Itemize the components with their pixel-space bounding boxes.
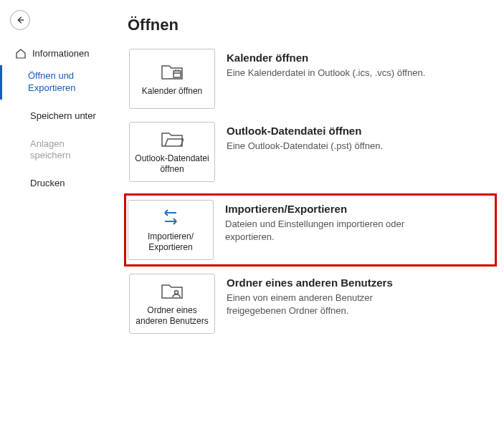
page-title: Öffnen	[128, 16, 497, 34]
svg-point-1	[175, 291, 179, 294]
nav-item-oeffnen-exportieren[interactable]: Öffnen und Exportieren	[0, 65, 115, 100]
nav-label: Informationen	[32, 48, 90, 60]
option-desc: Eine Outlook-Datendatei (.pst) öffnen.	[227, 140, 383, 153]
nav-item-anlagen-speichern: Anlagen speichern	[0, 133, 115, 168]
option-text: Ordner eines anderen Benutzers Einen von…	[227, 274, 427, 317]
option-kalender-oeffnen: Kalender öffnen Kalender öffnen Eine Kal…	[128, 47, 497, 110]
tile-label: Kalender öffnen	[142, 86, 203, 97]
folder-calendar-icon	[161, 62, 184, 82]
nav-label: Anlagen speichern	[30, 138, 105, 163]
option-desc: Einen von einem anderen Benutzer freigeg…	[227, 292, 427, 317]
option-title: Outlook-Datendatei öffnen	[227, 125, 383, 137]
tile-ordner-anderer-benutzer[interactable]: Ordner eines anderen Benutzers	[129, 274, 215, 334]
nav-label: Drucken	[30, 178, 65, 190]
import-export-icon	[159, 207, 182, 227]
option-datendatei-oeffnen: Outlook-Datendatei öffnen Outlook-Datend…	[128, 120, 497, 183]
option-text: Outlook-Datendatei öffnen Eine Outlook-D…	[227, 122, 383, 153]
nav-label: Öffnen und Exportieren	[28, 70, 105, 95]
option-desc: Eine Kalenderdatei in Outlook (.ics, .vc…	[227, 67, 425, 80]
option-desc: Dateien und Einstellungen importieren od…	[225, 218, 426, 243]
folder-user-icon	[161, 281, 184, 301]
option-text: Kalender öffnen Eine Kalenderdatei in Ou…	[227, 49, 425, 80]
option-title: Ordner eines anderen Benutzers	[227, 277, 427, 289]
tile-datendatei-oeffnen[interactable]: Outlook-Datendatei öffnen	[129, 122, 215, 182]
option-ordner-anderer-benutzer: Ordner eines anderen Benutzers Ordner ei…	[128, 272, 497, 335]
tile-label: Ordner eines anderen Benutzers	[134, 305, 210, 327]
option-title: Importieren/Exportieren	[225, 203, 426, 215]
nav-item-drucken[interactable]: Drucken	[0, 173, 115, 195]
back-button[interactable]	[10, 10, 30, 30]
option-text: Importieren/Exportieren Dateien und Eins…	[225, 200, 426, 243]
sidebar: Informationen Öffnen und Exportieren Spe…	[0, 0, 115, 432]
option-import-export: Importieren/ Exportieren Importieren/Exp…	[124, 193, 497, 267]
tile-kalender-oeffnen[interactable]: Kalender öffnen	[129, 49, 215, 109]
tile-label: Importieren/ Exportieren	[133, 231, 209, 253]
arrow-left-icon	[15, 15, 25, 25]
option-title: Kalender öffnen	[227, 52, 425, 64]
folder-open-icon	[161, 129, 184, 149]
svg-rect-0	[173, 71, 181, 77]
main-panel: Öffnen Kalender öffnen Kalender öffnen E…	[115, 0, 504, 432]
nav-item-informationen[interactable]: Informationen	[0, 43, 115, 65]
nav-item-speichern-unter[interactable]: Speichern unter	[0, 105, 115, 128]
tile-import-export[interactable]: Importieren/ Exportieren	[128, 200, 214, 260]
tile-label: Outlook-Datendatei öffnen	[134, 153, 210, 175]
home-icon	[15, 48, 27, 59]
nav-label: Speichern unter	[30, 110, 96, 123]
